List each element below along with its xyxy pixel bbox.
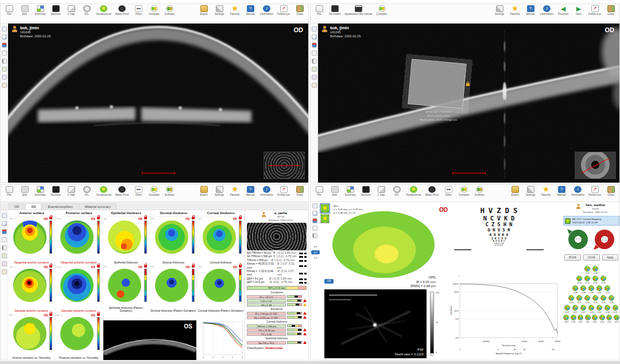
toolbar-item-other[interactable]: •••Other — [133, 5, 144, 16]
toolbar-item-subtract[interactable]: Subtract — [474, 186, 485, 196]
pupil-option-6.0[interactable]: 6.0 — [311, 250, 320, 254]
side-tool-icon[interactable] — [2, 26, 7, 32]
toolbar-item-file[interactable]: File — [313, 5, 325, 16]
map-gaussian-anterior-curvature[interactable]: Cur. =OSGaussian anterior curvature — [8, 265, 55, 313]
toolbar-item-1-map[interactable]: 1 map — [65, 5, 77, 16]
toolbar-item-file[interactable]: File — [3, 186, 15, 196]
toolbar-item-next[interactable]: ▶Next — [573, 5, 584, 16]
toolbar-item-follow-eye[interactable]: ↗Follow eye — [277, 5, 290, 16]
pupil-option-5.0[interactable]: 5.0 — [311, 245, 320, 249]
toolbar-item-export[interactable]: Export — [198, 186, 210, 196]
toolbar-item-subtract[interactable]: Subtract — [164, 186, 175, 196]
map-epithelial-thickness[interactable]: μmOSEpithelial thickness — [103, 216, 150, 265]
toolbar-item-settings[interactable]: Settings — [214, 5, 225, 16]
map-posterior-elevation-vs-normality[interactable]: Ele. =OSPosterior elevation vs. Normalit… — [55, 313, 102, 360]
toolbar-item-sections[interactable]: Sections — [50, 186, 61, 196]
toolbar-item-follow-eye[interactable]: ↗Follow eye — [277, 186, 290, 196]
psf-image[interactable]: PSF Strehl ratio = 0.1223 — [324, 289, 427, 358]
side-tool-icon[interactable] — [312, 83, 317, 88]
side-tool-icon[interactable] — [312, 75, 317, 80]
map-eye-badge[interactable]: OS — [324, 279, 334, 284]
toolbar-item-edit[interactable]: Edit — [19, 186, 30, 196]
sphere-dial[interactable]: +0.50 — [568, 230, 588, 249]
toolbar-item-information[interactable]: iInformation — [540, 5, 553, 16]
tab-od[interactable]: OD — [9, 203, 25, 210]
pupil-option-7.0[interactable]: 7.0 — [311, 256, 320, 260]
side-tool-icon[interactable] — [2, 67, 7, 72]
toolbar-item-applanation-like-cornea[interactable]: Applanation-like cornea — [344, 5, 372, 16]
toolbar-item-edit[interactable]: Edit — [19, 5, 30, 16]
toolbar-item-information[interactable]: iInformation — [260, 186, 273, 196]
toolbar-item-close[interactable]: Close — [294, 5, 305, 16]
toolbar-item-wave-front[interactable]: Wave Front — [115, 5, 129, 16]
map-thumbnail[interactable] — [320, 204, 330, 213]
side-tool-icon[interactable] — [2, 42, 7, 48]
toolbar-item-favorite[interactable]: ★Favorite — [229, 5, 241, 16]
toolbar-item-export[interactable]: Export — [198, 5, 210, 16]
toolbar-item-wave-front[interactable]: Wave Front — [425, 186, 439, 196]
toolbar-item-close[interactable]: Close — [605, 5, 617, 16]
toolbar-item-as-model[interactable]: AS model — [329, 5, 340, 16]
map-corneal-thickness-pattern-deviation[interactable]: PDOSCorneal thickness (Pattern Deviation… — [197, 265, 245, 313]
toolbar-item-close[interactable]: Close — [605, 186, 617, 196]
map-stromal-thickness-pattern-deviation[interactable]: PDOSStromal thickness (Pattern Deviation… — [150, 265, 197, 313]
toolbar-item-subtract[interactable]: Subtract — [164, 5, 175, 16]
toolbar-item-file[interactable]: File — [3, 5, 15, 16]
eye-photo-inset[interactable] — [575, 152, 616, 179]
oct-bscan-viewport[interactable]: bok, jimin 141045 Birthdate: 2000-01-25 … — [8, 24, 308, 183]
toolbar-item-iol[interactable]: IOL — [391, 186, 402, 196]
toolbar-item-summary[interactable]: Summary — [34, 186, 46, 196]
toolbar-item-information[interactable]: iInformation — [260, 5, 273, 16]
side-tool-icon[interactable] — [2, 51, 7, 56]
side-tool-icon[interactable] — [2, 245, 7, 250]
toolbar-item-favorite[interactable]: ★Favorite — [540, 186, 552, 196]
toolbar-item-compare[interactable]: Compare — [376, 5, 388, 16]
toolbar-item-favorite[interactable]: ★Favorite — [509, 5, 521, 16]
toolbar-item-sections[interactable]: Sections — [50, 5, 61, 16]
side-tool-icon[interactable] — [312, 34, 317, 40]
side-tool-icon[interactable] — [2, 269, 7, 274]
toolbar-item-manual[interactable]: ?Manual — [556, 186, 567, 196]
side-tool-icon[interactable] — [2, 237, 7, 242]
side-tool-icon[interactable] — [312, 233, 317, 238]
toolbar-item-summary[interactable]: Summary — [344, 186, 356, 196]
oct-thumbnail[interactable]: OS — [103, 320, 196, 361]
side-tool-icon[interactable] — [312, 42, 317, 48]
toolbar-item-keratoconus[interactable]: Keratoconus — [96, 5, 111, 16]
toolbar-item-compare[interactable]: Compare — [148, 5, 160, 16]
side-tool-icon[interactable] — [2, 59, 7, 64]
toolbar-item-export[interactable]: Export — [509, 186, 521, 196]
side-tool-icon[interactable] — [312, 203, 317, 208]
toolbar-item-sections[interactable]: Sections — [360, 186, 371, 196]
tab-enantiomorphism[interactable]: Enantiomorphism — [42, 203, 79, 210]
oct-cornea-viewport[interactable]: bok, jimin 141045 Birthdate: 2000-01-25 … — [318, 24, 619, 183]
toolbar-item-file[interactable]: File — [313, 186, 325, 196]
map-gaussian-posterior-curvature[interactable]: Cur. =OSGaussian posterior curvature — [55, 265, 102, 313]
side-tool-icon[interactable] — [2, 83, 7, 88]
button-rcva[interactable]: RCVA — [564, 254, 581, 261]
toolbar-item-manual[interactable]: ?Manual — [245, 186, 256, 196]
map-tangential-anterior-curvature[interactable]: Cur. =OSTangential anterior curvature — [8, 216, 55, 265]
toolbar-item-1-map[interactable]: 1 map — [65, 186, 77, 196]
map-thumbnail[interactable] — [320, 214, 330, 223]
map-stromal-thickness[interactable]: μmOSStromal thickness — [150, 216, 197, 265]
toolbar-item-keratoconus[interactable]: Keratoconus — [406, 186, 421, 196]
side-tool-icon[interactable] — [2, 253, 7, 258]
toolbar-item-manual[interactable]: ?Manual — [245, 5, 256, 16]
side-tool-icon[interactable] — [312, 67, 317, 72]
toolbar-item-close[interactable]: Close — [294, 186, 305, 196]
keratoscopy-image[interactable] — [247, 223, 307, 250]
toolbar-item-edit[interactable]: Edit — [329, 186, 340, 196]
side-tool-icon[interactable] — [2, 229, 7, 234]
toolbar-item-compare[interactable]: Compare — [148, 186, 160, 196]
button-ucva[interactable]: UCVA — [583, 254, 600, 261]
toolbar-item-keratoconus[interactable]: Keratoconus — [96, 186, 111, 196]
side-tool-icon[interactable] — [312, 26, 317, 32]
side-tool-icon[interactable] — [312, 226, 317, 231]
toolbar-item-other[interactable]: •••Other — [443, 186, 454, 196]
exam-list-item-selected[interactable]: AS-OCT Corneal Mapping 2023-04-01 오후 10:… — [563, 216, 619, 226]
opd-topography-map[interactable] — [332, 211, 435, 278]
side-tool-icon[interactable] — [2, 221, 7, 226]
toolbar-item-compare[interactable]: Compare — [458, 186, 470, 196]
toolbar-item-follow-eye[interactable]: ↗Follow eye — [588, 5, 601, 16]
